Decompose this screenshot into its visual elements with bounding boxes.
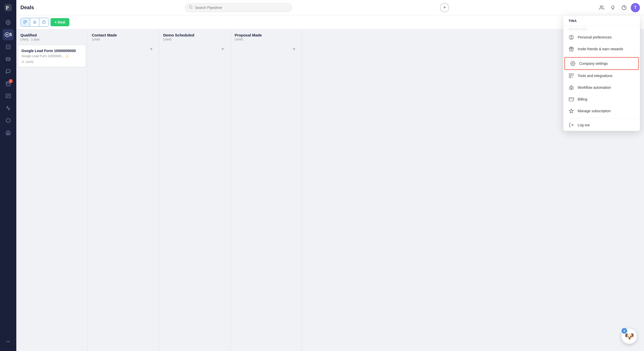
dropdown-header: TINA <box>563 15 640 26</box>
svg-rect-24 <box>569 74 571 76</box>
svg-rect-12 <box>24 21 25 24</box>
sidebar-item-deals[interactable]: $ $ <box>3 29 14 40</box>
search-bar[interactable] <box>185 3 292 12</box>
sidebar-item-reports[interactable] <box>3 103 14 114</box>
dropdown-item-logout[interactable]: Log out <box>563 119 640 131</box>
gift-icon <box>569 46 574 52</box>
dropdown-item-billing[interactable]: Billing <box>563 93 640 105</box>
column-subtitle-demo: UAH0 <box>163 38 226 41</box>
column-body-contact-made: + <box>88 43 159 351</box>
column-body-qualified: Google Lead Form 10000000000 Google Lead… <box>16 43 87 351</box>
column-subtitle-qualified: UAH1 · 1 deal <box>20 38 83 41</box>
bulb-button[interactable] <box>608 3 617 12</box>
column-body-proposal: + <box>231 43 302 351</box>
column-header-demo: Demo Scheduled UAH0 <box>159 29 230 43</box>
dropdown-item-company-settings[interactable]: Company settings <box>564 57 639 70</box>
deal-card-google[interactable]: Google Lead Form 10000000000 Google Lead… <box>18 45 85 67</box>
svg-point-3 <box>8 22 9 23</box>
sidebar-logo[interactable]: P <box>4 3 13 12</box>
dropdown-separator-1 <box>563 56 640 56</box>
chatbot-bubble[interactable]: 6 🐶 <box>622 329 637 344</box>
main-content: Deals + T <box>16 0 644 351</box>
svg-point-28 <box>570 87 571 88</box>
invite-button[interactable] <box>597 3 606 12</box>
column-subtitle-proposal: UAH0 <box>235 38 298 41</box>
add-deal-button[interactable]: + Deal <box>50 18 69 26</box>
deal-card-footer: UAH1 <box>21 60 82 64</box>
column-subtitle-contact-made: UAH0 <box>92 38 155 41</box>
dropdown-item-personal-preferences[interactable]: Personal preferences <box>563 31 640 43</box>
topbar-actions: T <box>597 3 640 12</box>
kanban-column-demo-scheduled: Demo Scheduled UAH0 + <box>159 29 231 351</box>
warning-icon: ⚠ <box>66 54 69 58</box>
svg-rect-25 <box>572 74 574 76</box>
column-title-contact-made: Contact Made <box>92 33 155 37</box>
sidebar-item-activity[interactable] <box>3 17 14 28</box>
dropdown-item-invite-friends[interactable]: Invite friends & earn rewards <box>563 43 640 55</box>
manage-subscription-label: Manage subscription <box>578 109 611 113</box>
dropdown-username: TINA <box>569 19 635 23</box>
column-header-proposal: Proposal Made UAH0 <box>231 29 302 43</box>
column-title-proposal: Proposal Made <box>235 33 298 37</box>
column-title-qualified: Qualified <box>20 33 83 37</box>
page-title: Deals <box>20 5 34 10</box>
sidebar-item-products[interactable] <box>3 115 14 126</box>
kanban-column-qualified: Qualified UAH1 · 1 deal Google Lead Form… <box>16 29 88 351</box>
forecast-view-button[interactable] <box>39 18 48 26</box>
personal-preferences-label: Personal preferences <box>578 35 612 39</box>
tools-integrations-label: Tools and integrations <box>578 74 612 78</box>
sidebar-item-marketplace[interactable] <box>3 127 14 138</box>
kanban-view-button[interactable] <box>21 18 30 26</box>
search-icon <box>189 5 193 10</box>
view-toggle <box>20 18 48 27</box>
sidebar-item-more[interactable]: ••• <box>3 336 14 347</box>
svg-rect-26 <box>569 76 571 78</box>
logout-label: Log out <box>578 123 590 127</box>
kanban-column-proposal-made: Proposal Made UAH0 + <box>231 29 302 351</box>
deal-owner: UAH1 <box>26 60 34 64</box>
tools-icon <box>569 73 574 79</box>
svg-text:P: P <box>6 5 9 10</box>
sidebar-item-calendar[interactable]: 1 <box>3 78 14 89</box>
column-header-contact-made: Contact Made UAH0 <box>88 29 159 43</box>
add-card-button-contact[interactable]: + <box>148 45 155 53</box>
sidebar-item-messages[interactable] <box>3 66 14 77</box>
chatbot-badge: 6 <box>622 328 627 334</box>
user-avatar-button[interactable]: T <box>631 3 640 12</box>
search-input[interactable] <box>195 6 288 10</box>
logout-icon <box>569 122 574 128</box>
add-card-button-demo[interactable]: + <box>219 45 226 53</box>
sidebar-item-tasks[interactable] <box>3 41 14 53</box>
svg-text:$: $ <box>6 33 7 36</box>
svg-point-9 <box>189 6 192 8</box>
svg-point-23 <box>572 63 574 64</box>
sidebar: P $ $ 1 ••• <box>0 0 16 351</box>
column-header-qualified: Qualified UAH1 · 1 deal <box>16 29 87 43</box>
blurred-account-info: blur blur blur <box>563 26 640 31</box>
topbar: Deals + T <box>16 0 644 15</box>
company-settings-label: Company settings <box>579 61 608 66</box>
svg-point-19 <box>22 61 23 62</box>
card-icon <box>569 96 574 102</box>
dropdown-separator-2 <box>563 118 640 118</box>
sidebar-item-contacts[interactable] <box>3 90 14 102</box>
pipeline-toolbar: + Deal UAH1 · 1 deal <box>16 15 644 29</box>
add-button[interactable]: + <box>440 3 449 12</box>
column-title-demo: Demo Scheduled <box>163 33 226 37</box>
billing-label: Billing <box>578 97 587 101</box>
sidebar-item-campaigns[interactable] <box>3 54 14 65</box>
help-button[interactable] <box>620 3 629 12</box>
svg-rect-31 <box>569 97 574 101</box>
deal-card-title: Google Lead Form 10000000000 <box>21 48 82 53</box>
svg-point-29 <box>572 87 572 88</box>
svg-rect-8 <box>6 94 10 98</box>
dropdown-item-workflow-automation[interactable]: Workflow automation <box>563 82 640 93</box>
robot-icon <box>569 85 574 90</box>
user-dropdown-menu: TINA blur blur blur Personal preferences… <box>563 15 640 131</box>
dropdown-item-manage-subscription[interactable]: Manage subscription <box>563 105 640 117</box>
list-view-button[interactable] <box>30 18 39 26</box>
svg-rect-27 <box>570 87 573 90</box>
svg-rect-13 <box>26 21 27 22</box>
add-card-button-proposal[interactable]: + <box>291 45 298 53</box>
dropdown-item-tools-integrations[interactable]: Tools and integrations <box>563 70 640 82</box>
